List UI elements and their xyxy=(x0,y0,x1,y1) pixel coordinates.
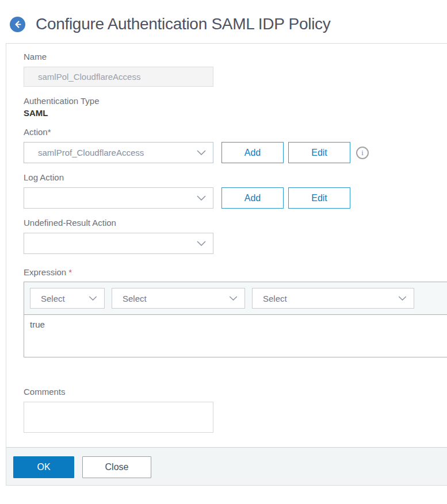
expression-select-3-value: Select xyxy=(263,294,287,303)
chevron-down-icon xyxy=(398,296,407,301)
action-select[interactable]: samlProf_CloudflareAccess xyxy=(24,142,213,163)
auth-type-block: Authentication Type SAML xyxy=(24,96,447,118)
log-action-add-button[interactable]: Add xyxy=(221,187,284,209)
action-select-value: samlProf_CloudflareAccess xyxy=(38,148,144,157)
expression-block: Expression* Select Select xyxy=(24,267,447,357)
expression-select-1[interactable]: Select xyxy=(30,288,105,309)
chevron-down-icon xyxy=(89,296,97,301)
chevron-down-icon xyxy=(197,195,206,201)
name-label: Name xyxy=(24,52,447,61)
action-add-button[interactable]: Add xyxy=(221,142,284,163)
info-icon[interactable]: i xyxy=(356,147,369,159)
comments-label: Comments xyxy=(24,387,447,397)
action-edit-button[interactable]: Edit xyxy=(288,142,350,163)
log-action-edit-button[interactable]: Edit xyxy=(288,187,350,209)
name-field-block: Name xyxy=(24,52,447,87)
log-action-label: Log Action xyxy=(24,172,447,182)
undefined-action-field-block: Undefined-Result Action xyxy=(24,218,447,254)
back-arrow-icon xyxy=(13,20,22,29)
undefined-action-label: Undefined-Result Action xyxy=(24,218,447,228)
expression-select-3[interactable]: Select xyxy=(252,288,414,309)
form-content: Name Authentication Type SAML Action* sa… xyxy=(6,44,447,447)
chevron-down-icon xyxy=(197,241,206,246)
page-header: Configure Authentication SAML IDP Policy xyxy=(0,0,447,33)
auth-type-value: SAML xyxy=(24,108,447,118)
ok-button[interactable]: OK xyxy=(13,456,74,478)
expression-label-text: Expression xyxy=(24,267,66,277)
chevron-down-icon xyxy=(197,150,206,155)
page-title: Configure Authentication SAML IDP Policy xyxy=(36,15,331,33)
name-input[interactable] xyxy=(24,67,213,87)
back-button[interactable] xyxy=(10,17,25,32)
expression-select-2[interactable]: Select xyxy=(112,288,245,309)
required-asterisk: * xyxy=(68,267,72,277)
action-field-block: Action* samlProf_CloudflareAccess Add Ed… xyxy=(24,127,447,163)
expression-editor: Select Select Select xyxy=(24,282,447,357)
undefined-action-select[interactable] xyxy=(24,233,213,254)
action-label: Action* xyxy=(24,127,447,137)
auth-type-label: Authentication Type xyxy=(24,96,447,106)
form-panel: Name Authentication Type SAML Action* sa… xyxy=(6,43,447,486)
expression-input[interactable]: true xyxy=(24,315,447,357)
expression-toolbar: Select Select Select xyxy=(24,282,447,315)
log-action-field-block: Log Action Add Edit xyxy=(24,172,447,209)
expression-select-1-value: Select xyxy=(41,294,65,303)
close-button[interactable]: Close xyxy=(82,456,151,478)
comments-input[interactable] xyxy=(24,402,213,433)
form-footer: OK Close xyxy=(6,447,447,485)
comments-block: Comments xyxy=(24,387,447,435)
expression-label: Expression* xyxy=(24,267,447,277)
expression-select-2-value: Select xyxy=(123,294,147,303)
log-action-select[interactable] xyxy=(24,187,213,209)
chevron-down-icon xyxy=(229,296,238,301)
